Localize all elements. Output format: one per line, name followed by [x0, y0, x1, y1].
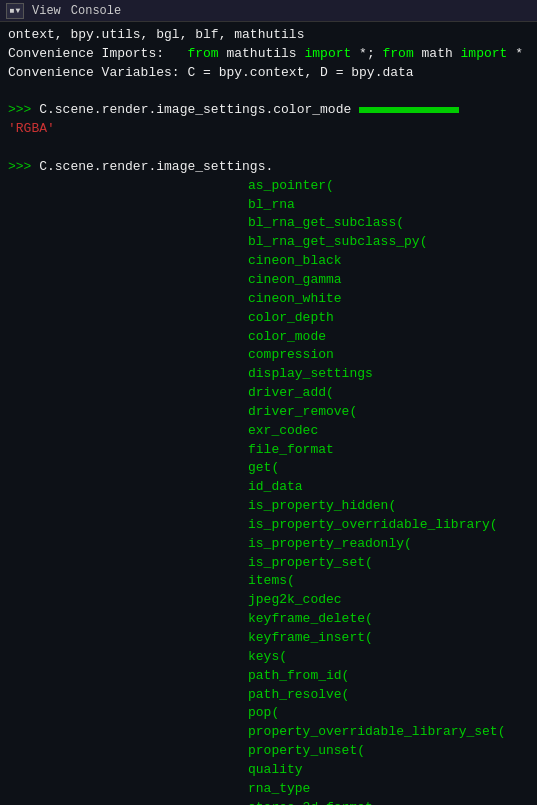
- line-prompt-autocomplete: >>> C.scene.render.image_settings.: [8, 158, 529, 177]
- imports-text4: *: [507, 45, 523, 64]
- autocomplete-item: color_depth: [248, 309, 529, 328]
- autocomplete-item: keyframe_delete(: [248, 610, 529, 629]
- autocomplete-item: property_unset(: [248, 742, 529, 761]
- autocomplete-item: bl_rna: [248, 196, 529, 215]
- prompt-expr-1: C.scene.render.image_settings.color_mode: [39, 101, 351, 120]
- autocomplete-item: exr_codec: [248, 422, 529, 441]
- autocomplete-item: display_settings: [248, 365, 529, 384]
- dropdown-arrow: ▼: [16, 6, 21, 15]
- autocomplete-item: path_from_id(: [248, 667, 529, 686]
- prompt-expr-2: C.scene.render.image_settings.: [39, 158, 273, 177]
- autocomplete-item: compression: [248, 346, 529, 365]
- autocomplete-item: pop(: [248, 704, 529, 723]
- autocomplete-item: property_overridable_library_set(: [248, 723, 529, 742]
- imports-text2: *;: [351, 45, 382, 64]
- autocomplete-item: is_property_readonly(: [248, 535, 529, 554]
- terminal-content[interactable]: ontext, bpy.utils, bgl, blf, mathutils C…: [0, 22, 537, 805]
- autocomplete-item: cineon_black: [248, 252, 529, 271]
- autocomplete-list: as_pointer(bl_rnabl_rna_get_subclass(bl_…: [248, 177, 529, 805]
- autocomplete-item: cineon_white: [248, 290, 529, 309]
- line-result-rgba: 'RGBA': [8, 120, 529, 139]
- prompt-symbol-2: >>>: [8, 158, 39, 177]
- imports-keyword-from2: from: [383, 45, 414, 64]
- imports-text3: math: [414, 45, 461, 64]
- prompt-symbol-1: >>>: [8, 101, 39, 120]
- autocomplete-item: id_data: [248, 478, 529, 497]
- title-bar: ■ ▼ View Console: [0, 0, 537, 22]
- autocomplete-item: quality: [248, 761, 529, 780]
- autocomplete-item: keyframe_insert(: [248, 629, 529, 648]
- autocomplete-item: rna_type: [248, 780, 529, 799]
- autocomplete-item: color_mode: [248, 328, 529, 347]
- title-bar-menu: View Console: [32, 4, 121, 18]
- result-rgba: 'RGBA': [8, 120, 55, 139]
- autocomplete-item: as_pointer(: [248, 177, 529, 196]
- autocomplete-item: jpeg2k_codec: [248, 591, 529, 610]
- imports-keyword-import2: import: [461, 45, 508, 64]
- imports-keyword-import: import: [304, 45, 351, 64]
- line-blank1: [8, 83, 529, 102]
- variables-text: Convenience Variables: C = bpy.context, …: [8, 64, 414, 83]
- terminal-icon-symbol: ■: [10, 6, 15, 15]
- autocomplete-item: file_format: [248, 441, 529, 460]
- progress-bar-1: [359, 107, 459, 113]
- imports-label: Convenience Imports:: [8, 45, 187, 64]
- autocomplete-item: driver_remove(: [248, 403, 529, 422]
- imports-text1: mathutils: [219, 45, 305, 64]
- menu-console[interactable]: Console: [71, 4, 121, 18]
- line-blank2: [8, 139, 529, 158]
- autocomplete-item: items(: [248, 572, 529, 591]
- imports-keyword-from: from: [187, 45, 218, 64]
- autocomplete-item: is_property_hidden(: [248, 497, 529, 516]
- autocomplete-item: stereo_3d_format: [248, 799, 529, 805]
- autocomplete-item: driver_add(: [248, 384, 529, 403]
- autocomplete-item: keys(: [248, 648, 529, 667]
- autocomplete-item: bl_rna_get_subclass_py(: [248, 233, 529, 252]
- line-variables: Convenience Variables: C = bpy.context, …: [8, 64, 529, 83]
- menu-view[interactable]: View: [32, 4, 61, 18]
- line-context: ontext, bpy.utils, bgl, blf, mathutils: [8, 26, 529, 45]
- title-bar-buttons: ■ ▼: [6, 3, 24, 19]
- autocomplete-item: is_property_set(: [248, 554, 529, 573]
- autocomplete-item: get(: [248, 459, 529, 478]
- terminal-window: ■ ▼ View Console ontext, bpy.utils, bgl,…: [0, 0, 537, 805]
- context-text: ontext, bpy.utils, bgl, blf, mathutils: [8, 26, 304, 45]
- terminal-icon[interactable]: ■ ▼: [6, 3, 24, 19]
- autocomplete-item: is_property_overridable_library(: [248, 516, 529, 535]
- autocomplete-item: bl_rna_get_subclass(: [248, 214, 529, 233]
- autocomplete-item: path_resolve(: [248, 686, 529, 705]
- line-imports: Convenience Imports: from mathutils impo…: [8, 45, 529, 64]
- autocomplete-item: cineon_gamma: [248, 271, 529, 290]
- line-prompt-color-mode: >>> C.scene.render.image_settings.color_…: [8, 101, 529, 120]
